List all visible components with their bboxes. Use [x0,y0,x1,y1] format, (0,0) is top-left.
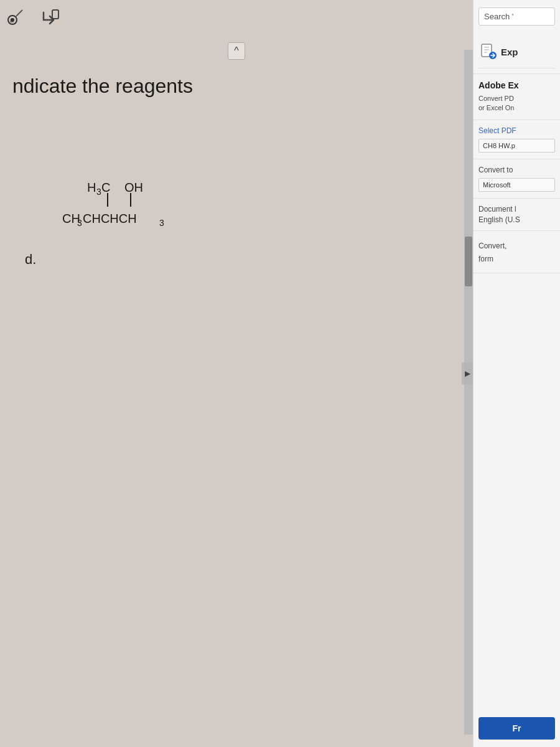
convert-action-section: Convert, form [474,231,560,274]
free-upgrade-button[interactable]: Fr [478,717,555,740]
export-icon [480,43,497,60]
svg-text:3: 3 [159,218,164,228]
scrollbar-thumb[interactable] [465,237,472,286]
document-language-section: Document l English (U.S [474,199,560,231]
document-lang-value[interactable]: English (U.S [478,215,555,224]
page-content: ndicate the reagents [12,75,473,123]
toolbar: a [5,5,62,27]
svg-rect-4 [52,10,58,19]
select-pdf-label[interactable]: Select PDF [478,126,555,135]
svg-text:CHCHCH: CHCHCH [83,212,137,225]
convert-to-label: Convert to [478,166,555,174]
svg-text:a: a [10,17,14,24]
select-pdf-section: Select PDF CH8 HW.p [474,120,560,159]
svg-text:3: 3 [96,187,101,197]
convert-action-label-line2: form [478,254,555,265]
adobe-title: Adobe Ex [478,80,555,90]
free-button-section: Fr [474,710,560,747]
document-lang-title: Document l [478,205,555,214]
right-arrow-icon: ▶ [465,369,470,378]
export-section: Exp [478,35,555,68]
svg-text:3: 3 [77,218,82,228]
convert-action-label-line1: Convert, [478,241,555,251]
adobe-desc-line1: Convert PD [478,94,555,103]
search-bar[interactable]: Search ' [478,7,555,26]
right-panel: Search ' Exp Adobe Ex Convert PD or Exce… [473,0,560,747]
chevron-up-icon: ^ [234,45,239,57]
export-button[interactable]: Exp [478,40,555,63]
svg-text:C: C [101,181,110,194]
page-heading: ndicate the reagents [12,75,473,98]
main-content-area: a ^ ndicate the reagents H 3 C O [0,0,473,747]
chemical-structure-svg: H 3 C OH CH 3 CHCHCH 3 [50,174,261,249]
chemical-structure-area: H 3 C OH CH 3 CHCHCH 3 d. [50,174,261,249]
problem-label: d. [25,251,36,268]
export-label: Exp [501,47,518,57]
svg-text:OH: OH [124,181,143,194]
microsoft-format-button[interactable]: Microsoft [478,178,555,192]
file-name-button[interactable]: CH8 HW.p [478,139,555,153]
chevron-up-button[interactable]: ^ [228,42,245,60]
svg-text:H: H [87,181,96,194]
svg-line-3 [16,10,22,16]
convert-to-section: Convert to Microsoft [474,159,560,199]
edit-icon[interactable] [40,5,62,27]
draw-icon[interactable]: a [5,5,27,27]
adobe-section: Adobe Ex Convert PD or Excel On [474,74,560,120]
scrollbar[interactable] [464,50,473,735]
expand-panel-button[interactable]: ▶ [462,362,473,385]
panel-spacer [474,273,560,710]
adobe-desc-line2: or Excel On [478,103,555,113]
